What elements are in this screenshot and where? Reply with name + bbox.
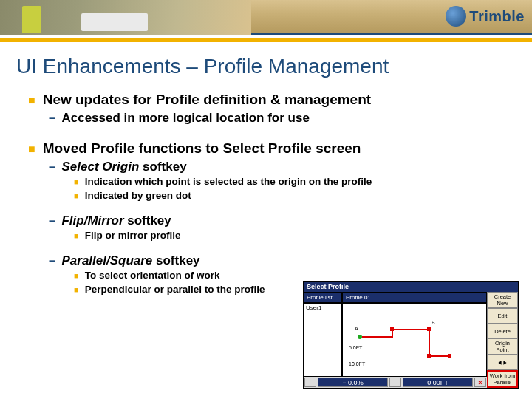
slide-title: UI Enhancements – Profile Management xyxy=(16,55,532,78)
dash-bullet-icon: – xyxy=(49,160,55,174)
delete-button[interactable]: Delete xyxy=(487,324,518,339)
header-photo xyxy=(0,0,251,35)
softkey-panel: Create New Edit Delete Origin Point Work… xyxy=(487,292,518,388)
list-item[interactable]: User1 xyxy=(306,304,340,311)
bullet-text: Indicated by green dot xyxy=(85,190,191,201)
square-bullet-icon: ■ xyxy=(28,92,35,109)
dash-bullet-icon: – xyxy=(49,214,55,228)
slide: Trimble UI Enhancements – Profile Manage… xyxy=(0,0,532,399)
header-bar: Trimble xyxy=(0,0,532,35)
square-bullet-icon: ■ xyxy=(74,190,79,202)
square-bullet-icon: ■ xyxy=(28,140,35,158)
bullet-text: Perpendicular or parallel to the profile xyxy=(85,284,265,295)
bullet-l2: – Flip/Mirror softkey xyxy=(49,214,532,228)
logo-text: Trimble xyxy=(469,8,525,25)
parallel-button[interactable]: Work from Parallel xyxy=(487,370,518,388)
profile-line xyxy=(392,329,429,330)
bullet-l2: – Select Origin softkey xyxy=(49,160,532,174)
dimension-label: 5.0FT xyxy=(349,345,362,350)
bullet-text: Accessed in more logical location for us… xyxy=(61,111,309,126)
bullet-l2: – Accessed in more logical location for … xyxy=(49,111,532,126)
status-distance: 0.00FT xyxy=(403,378,473,387)
profile-list-tab[interactable]: Profile list xyxy=(304,292,342,303)
screenshot-body: Profile list User1 Profile 01 xyxy=(304,292,518,388)
create-new-button[interactable]: Create New xyxy=(487,292,518,308)
flip-mirror-button[interactable] xyxy=(487,355,518,370)
bullet-l3: ■ Indicated by green dot xyxy=(74,190,532,202)
profile-point xyxy=(448,354,451,358)
bullet-text: Moved Profile functions to Select Profil… xyxy=(43,140,361,157)
bullet-text: Flip or mirror profile xyxy=(85,230,181,241)
bullet-l2: – Parallel/Square softkey xyxy=(49,253,532,268)
bullet-text: To select orientation of work xyxy=(85,270,220,281)
square-bullet-icon: ■ xyxy=(74,176,79,188)
profile-line xyxy=(429,329,430,355)
bullet-l3: ■ Flip or mirror profile xyxy=(74,230,532,242)
embedded-screenshot: Select Profile Profile list User1 Profil… xyxy=(303,281,519,389)
bullet-text: Indication which point is selected as th… xyxy=(85,176,372,187)
square-bullet-icon: ■ xyxy=(74,284,79,296)
edit-button[interactable]: Edit xyxy=(487,308,518,324)
profile-line xyxy=(429,355,449,357)
status-icon xyxy=(304,378,316,387)
square-bullet-icon: ■ xyxy=(74,230,79,242)
square-bullet-icon: ■ xyxy=(74,270,79,282)
left-panel: Profile list User1 xyxy=(304,292,342,388)
point-label: A xyxy=(355,326,358,331)
profile-name: Profile 01 xyxy=(342,292,487,303)
close-button[interactable]: × xyxy=(474,378,486,387)
profile-list[interactable]: User1 xyxy=(304,303,342,388)
mid-panel: Profile 01 A B 5.0FT 10.0FT xyxy=(342,292,487,388)
window-title: Select Profile xyxy=(304,282,518,292)
dash-bullet-icon: – xyxy=(49,111,55,126)
content: ■ New updates for Profile definition & m… xyxy=(28,92,532,296)
flip-icon xyxy=(497,359,508,366)
point-label: B xyxy=(432,320,435,325)
status-bar: − 0.0% 0.00FT × xyxy=(304,376,487,388)
bullet-text: Select Origin softkey xyxy=(61,160,186,174)
profile-canvas[interactable]: A B 5.0FT 10.0FT xyxy=(342,303,487,388)
bullet-text: Flip/Mirror softkey xyxy=(61,214,171,228)
bullet-l1: ■ New updates for Profile definition & m… xyxy=(28,92,532,109)
dash-bullet-icon: – xyxy=(49,253,55,268)
status-grade: − 0.0% xyxy=(318,378,388,387)
accent-stripe xyxy=(0,38,532,42)
profile-line xyxy=(362,336,392,338)
dimension-label: 10.0FT xyxy=(349,361,365,366)
bullet-text: Parallel/Square softkey xyxy=(61,253,200,268)
bullet-l1: ■ Moved Profile functions to Select Prof… xyxy=(28,140,532,158)
globe-icon xyxy=(446,6,466,27)
origin-point-button[interactable]: Origin Point xyxy=(487,338,518,355)
status-icon xyxy=(389,378,401,387)
trimble-logo: Trimble xyxy=(446,6,525,27)
bullet-text: New updates for Profile definition & man… xyxy=(43,92,371,108)
bullet-l3: ■ Indication which point is selected as … xyxy=(74,176,532,188)
